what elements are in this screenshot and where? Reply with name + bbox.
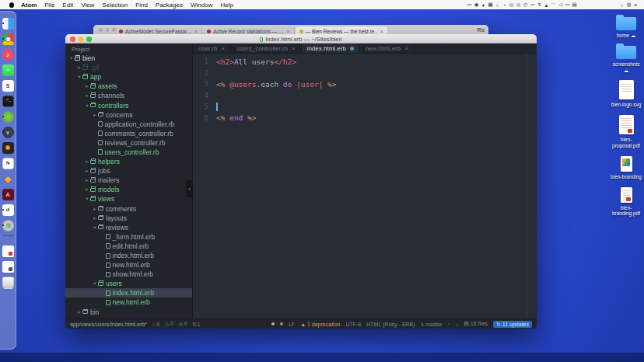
sketch-dock-icon[interactable]: ◆ [2, 173, 14, 185]
tree-item-channels[interactable]: ▸channels [65, 91, 192, 100]
percent-icon[interactable]: ◔ [501, 2, 508, 8]
vpn-shield-icon[interactable]: ♦ [480, 2, 487, 8]
tree-collapse-handle[interactable]: ‹ [186, 180, 193, 197]
tree-item-comments_controller.rb[interactable]: comments_controller.rb [65, 129, 192, 138]
tree-item-show.html.erb[interactable]: show.html.erb [65, 270, 192, 279]
tree-item-reviews_controller.rb[interactable]: reviews_controller.rb [65, 138, 192, 148]
bolt-icon[interactable]: ↯ [536, 2, 543, 8]
tree-item-concerns[interactable]: ▸concerns [65, 110, 192, 120]
tab-users_controller.rb[interactable]: users_controller.rb× [231, 44, 301, 53]
menu-item-selection[interactable]: Selection [98, 2, 131, 9]
chrome-tab-close-icon[interactable]: × [287, 29, 290, 34]
linter-counter-2[interactable]: △ 0 [165, 321, 173, 327]
tree-item-index.html.erb[interactable]: index.html.erb [65, 251, 192, 260]
green-square-icon[interactable]: ▦ [487, 2, 494, 8]
menu-item-help[interactable]: Help [216, 2, 236, 9]
git-down-arrow-icon[interactable]: ↓ [456, 322, 459, 327]
menu-item-packages[interactable]: Packages [152, 2, 187, 9]
tree-item-layouts[interactable]: ▸layouts [65, 214, 192, 223]
screen-capture-icon[interactable]: ▭ [466, 2, 473, 8]
menu-item-find[interactable]: Find [131, 2, 152, 9]
tree-item-application_controller.rb[interactable]: application_controller.rb [65, 120, 192, 129]
music-dock-icon[interactable]: ♪ [2, 49, 14, 61]
menu-item-window[interactable]: Window [187, 2, 216, 9]
notion-dock-icon[interactable]: N [2, 158, 14, 169]
chrome-close-button[interactable] [99, 28, 103, 32]
tree-item-app[interactable]: ▾app [65, 72, 192, 82]
ia-writer-dock-icon[interactable]: iA [2, 204, 14, 216]
desktop-icon-screenshots[interactable]: screenshots ☁ [609, 46, 643, 74]
circle-status-icon[interactable]: ○ [494, 2, 501, 8]
linter-counter-1[interactable]: ○ 0 [152, 322, 159, 327]
documents-stack-icon[interactable] [2, 245, 14, 257]
tab-close-icon[interactable]: × [221, 45, 225, 52]
tree-item-bin[interactable]: ▸bin [65, 308, 192, 317]
tree-item-index.html.erb[interactable]: index.html.erb [65, 288, 192, 298]
tree-item-.git[interactable]: ▸.git [65, 63, 192, 72]
git-branch-indicator[interactable]: Y master [421, 322, 443, 327]
siri-icon[interactable]: ◍ [625, 2, 632, 8]
tree-item-mailers[interactable]: ▸mailers [65, 176, 192, 185]
battery-icon[interactable]: ▱ [529, 2, 536, 8]
cursor-position[interactable]: 5:1 [193, 322, 201, 327]
menu-item-view[interactable]: View [77, 2, 98, 9]
tab-close-icon[interactable]: × [404, 45, 408, 52]
tree-item-controllers[interactable]: ▾controllers [65, 100, 192, 110]
acrobat-dock-icon[interactable]: A [2, 189, 14, 200]
wifi-icon[interactable]: ◠ [550, 2, 557, 8]
green-circle-app-dock-icon[interactable] [2, 111, 14, 123]
status-file-path[interactable]: app/views/users/index.html.erb* [70, 322, 147, 327]
tree-item-assets[interactable]: ▸assets [65, 82, 192, 91]
slack-dock-icon[interactable]: S [2, 80, 14, 92]
dial-icon[interactable]: ◎ [508, 2, 515, 8]
camera-lens-app-dock-icon[interactable] [2, 142, 14, 154]
editor[interactable]: 1<h2>All users</h2>23<% @users.each do |… [193, 54, 537, 318]
navy-circle-app-dock-icon[interactable]: v [2, 127, 14, 138]
encoding-indicator[interactable]: UTF-8 [345, 322, 361, 327]
terminal-dock-icon[interactable]: >_ [2, 96, 14, 107]
menu-item-atom[interactable]: Atom [17, 2, 40, 9]
tree-item-users_controller.rb[interactable]: users_controller.rb [65, 148, 192, 157]
tab-user.rb[interactable]: user.rb× [193, 44, 231, 53]
info-icon[interactable]: ◉ [473, 2, 480, 8]
apple-menu-icon[interactable] [9, 2, 14, 8]
desktop-icon-bien-branding[interactable]: bien-branding [609, 156, 643, 180]
chrome-minimize-button[interactable] [106, 28, 110, 32]
files-count[interactable]: ▤ 16 files [464, 321, 488, 327]
media-circle-app-dock-icon[interactable] [2, 220, 14, 231]
atom-title-bar[interactable]: index.html.erb — ~/Sites/bien [65, 34, 537, 44]
desktop-icon-bien-proposal.pdf[interactable]: bien-proposal.pdf [609, 115, 643, 149]
trash-icon[interactable] [2, 277, 14, 289]
finder-dock-icon[interactable] [2, 18, 14, 30]
keyboard-icon[interactable]: ▤ [571, 2, 578, 8]
clock-icon[interactable]: ◴ [522, 2, 529, 8]
tree-item-views[interactable]: ▾views [65, 194, 192, 204]
tree-item-helpers[interactable]: ▸helpers [65, 157, 192, 166]
chrome-tab-close-icon[interactable]: × [380, 29, 383, 34]
tree-item-users[interactable]: ▾users [65, 279, 192, 288]
downloads-stack-icon[interactable] [2, 261, 14, 273]
tab-new.html.erb[interactable]: new.html.erb× [360, 44, 415, 53]
git-up-arrow-icon[interactable]: ↑ [447, 322, 450, 327]
messages-dock-icon[interactable]: ••• [2, 64, 14, 76]
spotlight-icon[interactable]: ○ [618, 2, 625, 8]
linter-counter-3[interactable]: ◎ 0 [179, 321, 187, 327]
tree-item-new.html.erb[interactable]: new.html.erb [65, 260, 192, 270]
menu-item-edit[interactable]: Edit [58, 2, 77, 9]
tree-item-reviews[interactable]: ▾reviews [65, 223, 192, 232]
tree-item-jobs[interactable]: ▸jobs [65, 166, 192, 176]
tab-index.html.erb[interactable]: index.html.erb [302, 44, 360, 53]
display-icon[interactable]: ▭ [564, 2, 571, 8]
grammar-indicator[interactable]: HTML (Ruby - ERB) [366, 322, 415, 327]
volume-icon[interactable]: ◁ [557, 2, 564, 8]
deprecation-warning[interactable]: ▲ 1 deprecation [300, 322, 340, 327]
dial2-icon[interactable]: ◎ [515, 2, 522, 8]
desktop-icon-bien-logo.svg[interactable]: bien-logo.svg [609, 80, 643, 108]
line-ending-indicator[interactable]: LF [289, 322, 295, 327]
chrome-tab-close-icon[interactable]: × [194, 29, 198, 34]
tree-item-_form.html.erb[interactable]: _form.html.erb [65, 232, 192, 242]
notification-center-icon[interactable]: ≡ [632, 2, 639, 8]
tree-item-models[interactable]: ▸models [65, 185, 192, 194]
tree-item-new.html.erb[interactable]: new.html.erb [65, 298, 192, 307]
desktop-icon-home[interactable]: home ☁ [609, 17, 643, 39]
